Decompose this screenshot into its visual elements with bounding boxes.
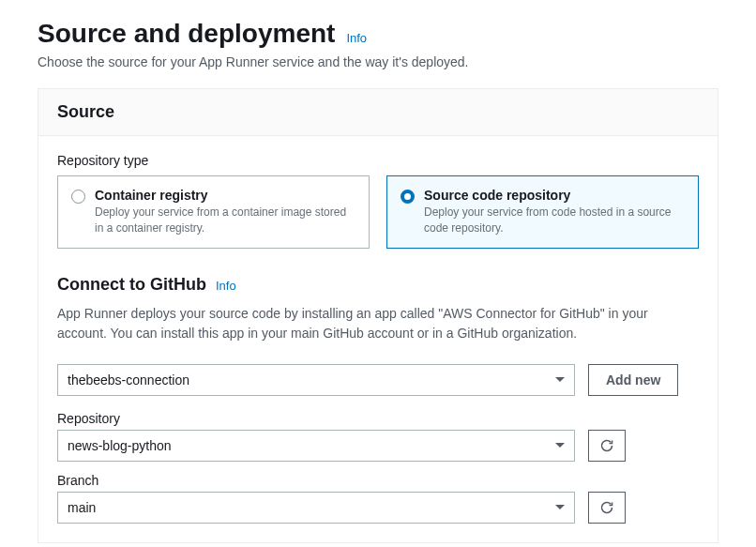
radio-container-registry[interactable]: Container registry Deploy your service f… — [57, 175, 370, 249]
branch-value: main — [68, 500, 96, 515]
connection-select[interactable]: thebeebs-connection — [57, 364, 575, 396]
radio-icon — [401, 190, 415, 204]
radio-desc: Deploy your service from code hosted in … — [424, 205, 685, 236]
chevron-down-icon — [555, 505, 565, 509]
chevron-down-icon — [555, 443, 565, 448]
radio-source-code-repository[interactable]: Source code repository Deploy your servi… — [386, 175, 699, 249]
branch-label: Branch — [57, 473, 699, 488]
connection-value: thebeebs-connection — [68, 372, 189, 387]
refresh-icon — [599, 438, 614, 453]
repository-type-label: Repository type — [57, 153, 699, 168]
radio-title: Source code repository — [424, 188, 685, 203]
source-panel: Source Repository type Container registr… — [38, 88, 718, 543]
radio-desc: Deploy your service from a container ima… — [95, 205, 355, 236]
add-new-button[interactable]: Add new — [588, 364, 678, 396]
info-link[interactable]: Info — [216, 279, 236, 293]
repository-label: Repository — [57, 411, 699, 426]
panel-header: Source — [38, 89, 718, 136]
page-subtitle: Choose the source for your App Runner se… — [38, 54, 718, 69]
radio-title: Container registry — [95, 188, 355, 203]
connect-github-heading: Connect to GitHub — [57, 275, 206, 295]
chevron-down-icon — [555, 377, 565, 382]
repository-value: news-blog-python — [68, 438, 172, 453]
refresh-repository-button[interactable] — [588, 430, 626, 462]
refresh-branch-button[interactable] — [588, 492, 626, 524]
refresh-icon — [599, 500, 614, 515]
repository-select[interactable]: news-blog-python — [57, 430, 575, 462]
radio-icon — [71, 190, 85, 204]
github-help-text: App Runner deploys your source code by i… — [57, 304, 699, 343]
info-link[interactable]: Info — [346, 31, 367, 45]
branch-select[interactable]: main — [57, 492, 575, 524]
page-title: Source and deployment — [38, 19, 335, 49]
